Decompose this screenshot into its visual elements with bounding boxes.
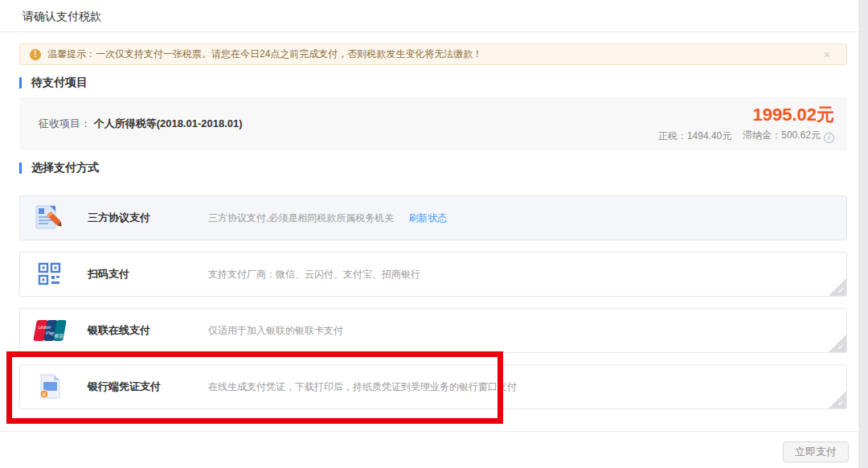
method-section-label: 选择支付方式 [31,161,99,175]
page-title: 请确认支付税款 [0,0,868,32]
method-name: 银联在线支付 [88,323,208,338]
svg-text:Union: Union [38,325,51,330]
amount-breakdown: 正税：1494.40元 滞纳金：500.62元i [658,129,834,143]
collection-project: 征收项目： 个人所得税等(2018.01-2018.01) [39,117,243,131]
section-accent-bar [19,77,22,88]
method-card-unionpay[interactable]: Union Pay 银联 银联在线支付 仅适用于加入银联的银联卡支付 ✓ [19,308,847,353]
checkmark-icon: ✓ [837,341,845,352]
bank-voucher-icon: ¥ [31,373,68,400]
method-name: 银行端凭证支付 [88,380,208,394]
warning-alert-text: 温馨提示：一次仅支持支付一张税票。请您在今日24点之前完成支付，否则税款发生变化… [47,47,482,61]
checkmark-icon: ✓ [837,285,845,296]
method-card-bank-voucher[interactable]: ¥ 银行端凭证支付 在线生成支付凭证，下载打印后，持纸质凭证到受理业务的银行窗口… [19,364,847,409]
footer-bar: 立即支付 [0,431,868,462]
method-desc: 仅适用于加入银联的银联卡支付 [208,324,343,338]
tax-detail: 正税：1494.40元 [658,129,731,143]
unionpay-icon: Union Pay 银联 [31,319,68,342]
refresh-status-link[interactable]: 刷新状态 [408,211,447,225]
section-accent-bar [19,162,22,174]
contract-pencil-icon [31,204,68,232]
collection-project-value: 个人所得税等(2018.01-2018.01) [94,117,243,129]
svg-text:银联: 银联 [53,333,64,339]
scrollbar-track[interactable] [858,0,868,468]
total-amount: 1995.02元 [658,105,834,125]
method-card-tripartite[interactable]: 三方协议支付 三方协议支付,必须是相同税款所属税务机关 刷新状态 [19,195,847,240]
warning-alert: ! 温馨提示：一次仅支持支付一张税票。请您在今日24点之前完成支付，否则税款发生… [19,43,847,65]
pending-section-label: 待支付项目 [31,76,88,90]
method-name: 三方协议支付 [88,211,208,225]
method-desc: 在线生成支付凭证，下载打印后，持纸质凭证到受理业务的银行窗口支付 [208,380,517,394]
method-desc: 三方协议支付,必须是相同税款所属税务机关 [208,211,394,225]
close-icon[interactable]: × [824,48,837,61]
pending-section-title: 待支付项目 [19,76,847,89]
method-name: 扫码支付 [88,267,208,281]
method-card-qrcode[interactable]: 扫码支付 支持支付厂商：微信、云闪付、支付宝、招商银行 ✓ [19,252,847,297]
payment-summary-panel: 征收项目： 个人所得税等(2018.01-2018.01) 1995.02元 正… [19,97,847,150]
qr-code-icon [31,262,68,286]
checkmark-icon: ✓ [837,397,845,408]
amount-block: 1995.02元 正税：1494.40元 滞纳金：500.62元i [658,105,834,143]
method-section-title: 选择支付方式 [19,162,847,174]
svg-text:¥: ¥ [43,392,46,397]
main-content: ! 温馨提示：一次仅支持支付一张税票。请您在今日24点之前完成支付，否则税款发生… [0,32,868,409]
warning-icon: ! [30,49,41,60]
late-fee-detail: 滞纳金：500.62元i [743,129,834,143]
method-desc: 支持支付厂商：微信、云闪付、支付宝、招商银行 [208,268,420,281]
collection-project-label: 征收项目： [39,117,91,129]
info-circle-icon[interactable]: i [824,133,834,143]
pay-now-button[interactable]: 立即支付 [783,441,849,462]
